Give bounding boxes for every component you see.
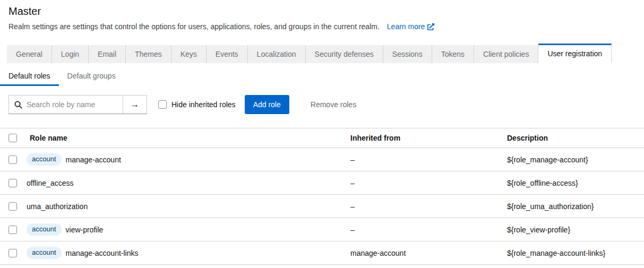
inherited-from-value: – — [342, 155, 499, 164]
hide-inherited-checkbox[interactable] — [158, 100, 167, 109]
tab-events[interactable]: Events — [207, 45, 248, 63]
tab-general[interactable]: General — [7, 45, 52, 63]
page-subtitle: Realm settings are settings that control… — [8, 21, 380, 32]
inherited-from-value: – — [342, 179, 499, 187]
description-value: ${role_manage-account-links} — [499, 249, 644, 257]
role-name: uma_authorization — [27, 202, 88, 211]
select-all-checkbox[interactable] — [8, 134, 17, 142]
table-row: uma_authorization – ${role_uma_authoriza… — [0, 195, 644, 218]
header-checkbox-cell — [0, 134, 19, 142]
row-checkbox[interactable] — [8, 155, 17, 164]
row-checkbox[interactable] — [8, 202, 17, 211]
role-name: manage-account-links — [66, 249, 139, 257]
header-inherited-from: Inherited from — [342, 134, 499, 142]
description-value: ${role_offline-access} — [499, 179, 644, 187]
user-registration-subtabs: Default roles Default groups — [0, 67, 644, 86]
subtab-default-groups[interactable]: Default groups — [59, 67, 124, 86]
tab-login[interactable]: Login — [52, 45, 89, 63]
external-link-icon — [427, 23, 434, 30]
header-description: Description — [499, 134, 644, 142]
client-chip: account — [27, 223, 62, 236]
tab-user-registration[interactable]: User registration — [538, 44, 612, 63]
default-roles-table: Role name Inherited from Description acc… — [0, 128, 644, 265]
description-value: ${role_manage-account} — [499, 155, 644, 164]
table-row: account manage-account – ${role_manage-a… — [0, 148, 644, 171]
search-box — [9, 96, 123, 114]
row-checkbox[interactable] — [8, 179, 17, 187]
learn-more-link[interactable]: Learn more — [387, 21, 435, 32]
client-chip: account — [27, 153, 62, 166]
row-checkbox[interactable] — [8, 249, 17, 257]
row-checkbox[interactable] — [8, 226, 17, 234]
page-title: Master — [8, 4, 636, 18]
learn-more-label: Learn more — [387, 21, 425, 32]
header-role-name: Role name — [19, 134, 342, 142]
tab-email[interactable]: Email — [89, 45, 126, 63]
tab-sessions[interactable]: Sessions — [383, 45, 432, 63]
tab-tokens[interactable]: Tokens — [432, 45, 474, 63]
search-submit-button[interactable]: → — [123, 96, 147, 114]
tab-security-defenses[interactable]: Security defenses — [306, 45, 383, 63]
role-name: view-profile — [66, 226, 104, 234]
inherited-from-value: – — [342, 202, 499, 211]
page-header: Master Realm settings are settings that … — [0, 0, 644, 32]
search-icon — [14, 101, 22, 109]
table-row: offline_access – ${role_offline-access} — [0, 171, 644, 195]
tab-localization[interactable]: Localization — [248, 45, 306, 63]
search-input[interactable] — [27, 100, 117, 109]
search-group: → — [8, 95, 147, 114]
role-name: offline_access — [27, 179, 73, 187]
inherited-from-value: manage-account — [342, 249, 499, 257]
subtab-default-roles[interactable]: Default roles — [0, 67, 59, 86]
table-row: account view-profile – ${role_view-profi… — [0, 218, 644, 241]
table-header-row: Role name Inherited from Description — [0, 128, 644, 148]
client-chip: account — [27, 247, 62, 259]
tab-themes[interactable]: Themes — [126, 45, 171, 63]
remove-roles-button[interactable]: Remove roles — [302, 95, 365, 114]
tab-keys[interactable]: Keys — [171, 45, 207, 63]
roles-toolbar: → Hide inherited roles Add role Remove r… — [0, 95, 644, 114]
hide-inherited-roles-control: Hide inherited roles — [158, 100, 236, 109]
description-value: ${role_view-profile} — [499, 226, 644, 234]
description-value: ${role_uma_authorization} — [499, 202, 644, 211]
hide-inherited-label: Hide inherited roles — [171, 100, 236, 109]
role-name: manage-account — [66, 155, 121, 164]
table-row: account manage-account-links manage-acco… — [0, 241, 644, 265]
add-role-button[interactable]: Add role — [245, 95, 289, 114]
inherited-from-value: – — [342, 226, 499, 234]
realm-settings-tabs: General Login Email Themes Keys Events L… — [0, 44, 644, 63]
tab-client-policies[interactable]: Client policies — [474, 45, 538, 63]
